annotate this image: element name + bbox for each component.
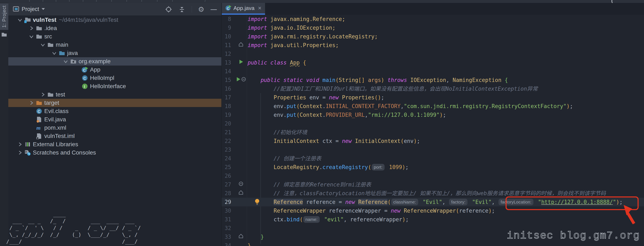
chevron-right-icon[interactable] xyxy=(28,100,35,106)
tree-item-java[interactable]: java xyxy=(8,49,222,57)
tree-item-target[interactable]: target xyxy=(8,99,222,107)
tree-item-src[interactable]: src xyxy=(8,32,222,41)
tree-item-helloimpl[interactable]: CHelloImpl xyxy=(8,74,222,82)
line-number[interactable]: 26 xyxy=(222,172,234,180)
code-area[interactable]: 8import javax.naming.Reference;9import j… xyxy=(222,15,644,246)
run-icon[interactable] xyxy=(238,58,244,67)
tree-item-main[interactable]: main xyxy=(8,41,222,49)
code-line-22[interactable]: 22 InitialContext ctx = new InitialConte… xyxy=(222,137,644,145)
code-line-25[interactable]: 25 LocateRegistry.createRegistry(port: 1… xyxy=(222,163,644,172)
code-line-27[interactable]: 27 // 绑定恶意的Reference到rmi注册表 xyxy=(222,180,644,189)
line-number[interactable]: 24 xyxy=(222,154,234,163)
tree-item-pom-xml[interactable]: mpom.xml xyxy=(8,123,222,132)
tree-item-label: org.example xyxy=(78,58,110,65)
code-line-12[interactable]: 12 xyxy=(222,50,644,58)
run-icon[interactable] xyxy=(236,76,241,84)
maven-icon: m xyxy=(35,125,43,131)
tree-item-app[interactable]: CApp xyxy=(8,66,222,74)
token-plain: env. xyxy=(248,103,287,109)
chevron-down-icon[interactable] xyxy=(62,59,70,64)
tree-item-evil-class[interactable]: CEvil.class xyxy=(8,107,222,115)
tree-item-scratches-and-consoles[interactable]: Scratches and Consoles xyxy=(8,148,222,157)
code-line-31[interactable]: 31 ctx.bind(name: "evil", referenceWrapp… xyxy=(222,215,644,224)
line-number[interactable]: 25 xyxy=(222,163,234,172)
line-number[interactable]: 21 xyxy=(222,128,234,137)
hide-icon[interactable]: — xyxy=(210,6,217,13)
code-line-9[interactable]: 9import java.io.IOException; xyxy=(222,23,644,32)
code-line-24[interactable]: 24 // 创建一个注册表 xyxy=(222,154,644,163)
line-number[interactable]: 12 xyxy=(222,50,234,58)
tree-item-hellointerface[interactable]: IHelloInterface xyxy=(8,82,222,90)
token-clsH: Reference xyxy=(274,199,303,205)
code-line-18[interactable]: 18 env.put(Context.INITIAL_CONTEXT_FACTO… xyxy=(222,102,644,111)
token-plain xyxy=(400,208,404,214)
line-number[interactable]: 11 xyxy=(222,41,234,50)
collapse-all-icon[interactable] xyxy=(178,6,186,13)
code-line-23[interactable]: 23 xyxy=(222,145,644,154)
line-number[interactable]: 32 xyxy=(222,224,234,233)
settings-gear-icon[interactable]: ⚙ xyxy=(198,6,204,13)
line-number[interactable]: 20 xyxy=(222,119,234,128)
tab-app-java[interactable]: C App.java ✕ xyxy=(222,3,265,15)
fold-end-icon[interactable] xyxy=(238,189,244,198)
fold-collapse-icon[interactable] xyxy=(241,76,246,84)
tree-item-org-example[interactable]: org.example xyxy=(8,57,222,66)
chevron-right-icon[interactable] xyxy=(39,92,46,97)
chevron-down-icon[interactable] xyxy=(16,17,24,23)
token-plain xyxy=(248,86,274,92)
code-line-21[interactable]: 21 //初始化环境 xyxy=(222,128,644,137)
fold-end-icon[interactable] xyxy=(238,233,244,241)
chevron-down-icon[interactable] xyxy=(50,50,58,56)
line-number[interactable]: 14 xyxy=(222,67,234,76)
token-brk1: } xyxy=(248,243,251,246)
line-number[interactable]: 33 xyxy=(222,233,234,241)
line-number[interactable]: 16 xyxy=(222,84,234,93)
chevron-down-icon[interactable] xyxy=(41,7,45,11)
line-number[interactable]: 23 xyxy=(222,145,234,154)
code-line-14[interactable]: 14 xyxy=(222,67,644,76)
chevron-right-icon[interactable] xyxy=(16,150,24,155)
tree-item-evil-java[interactable]: JEvil.java xyxy=(8,115,222,123)
line-number[interactable]: 8 xyxy=(222,15,234,23)
code-line-17[interactable]: 17 Properties env = new Properties(); xyxy=(222,93,644,102)
code-line-15[interactable]: 15 public static void main(String[] args… xyxy=(222,76,644,84)
code-line-8[interactable]: 8import javax.naming.Reference; xyxy=(222,15,644,23)
tree-item-vulntest[interactable]: vulnTest~/d4m1ts/java/vulnTest xyxy=(8,16,222,24)
tree-item-external-libraries[interactable]: External Libraries xyxy=(8,140,222,148)
line-number[interactable]: 29 xyxy=(222,198,234,206)
fold-end-icon[interactable] xyxy=(238,41,244,50)
line-number[interactable]: 22 xyxy=(222,137,234,145)
code-line-34[interactable]: 34} xyxy=(222,241,644,246)
chevron-down-icon[interactable] xyxy=(28,34,35,39)
line-number[interactable]: 27 xyxy=(222,180,234,189)
code-line-11[interactable]: 11import java.util.Properties; xyxy=(222,41,644,50)
code-line-13[interactable]: 13public class App { xyxy=(222,58,644,67)
tree-item--idea[interactable]: .idea xyxy=(8,24,222,32)
line-number[interactable]: 15 xyxy=(222,76,234,84)
line-number[interactable]: 13 xyxy=(222,58,234,67)
code-line-19[interactable]: 19 env.put(Context.PROVIDER_URL,"rmi://1… xyxy=(222,111,644,119)
chevron-right-icon[interactable] xyxy=(28,25,35,31)
locate-icon[interactable] xyxy=(165,6,172,13)
line-number[interactable]: 17 xyxy=(222,93,234,102)
code-line-16[interactable]: 16 //配置JNDI工厂和JNDI的url和端口。如果没有配置这些信息，会出现… xyxy=(222,84,644,93)
code-text: env.put(Context.PROVIDER_URL,"rmi://127.… xyxy=(248,111,644,119)
fold-collapse-icon[interactable] xyxy=(238,180,244,189)
stripe-tab-project[interactable]: 1: Project xyxy=(0,3,8,30)
tree-item-test[interactable]: test xyxy=(8,90,222,99)
tree-item-vulntest-iml[interactable]: vulnTest.iml xyxy=(8,132,222,140)
line-number[interactable]: 18 xyxy=(222,102,234,111)
code-line-26[interactable]: 26 xyxy=(222,172,644,180)
line-number[interactable]: 19 xyxy=(222,111,234,119)
line-number[interactable]: 31 xyxy=(222,215,234,224)
line-number[interactable]: 28 xyxy=(222,189,234,198)
line-number[interactable]: 9 xyxy=(222,23,234,32)
line-number[interactable]: 10 xyxy=(222,32,234,41)
chevron-down-icon[interactable] xyxy=(39,42,46,47)
chevron-right-icon[interactable] xyxy=(16,142,24,147)
line-number[interactable]: 34 xyxy=(222,241,234,246)
close-icon[interactable]: ✕ xyxy=(258,5,262,11)
code-line-20[interactable]: 20 xyxy=(222,119,644,128)
code-line-10[interactable]: 10import java.rmi.registry.LocateRegistr… xyxy=(222,32,644,41)
line-number[interactable]: 30 xyxy=(222,206,234,215)
